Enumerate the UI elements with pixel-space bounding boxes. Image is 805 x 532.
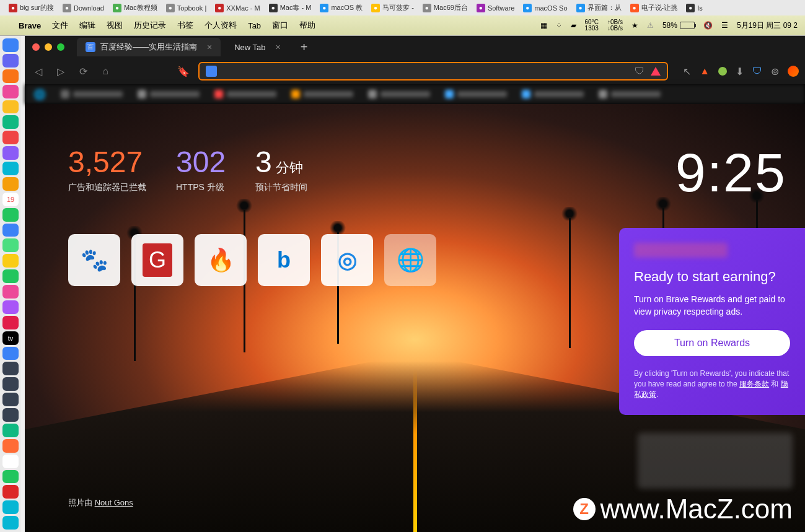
tab-close-icon[interactable]: × (276, 42, 281, 52)
more-menu-icon[interactable]: ⊚ (771, 66, 779, 77)
host-tab[interactable]: ●Topbook | (162, 2, 211, 14)
menu-history[interactable]: 历史记录 (134, 20, 166, 31)
dock-app-icon[interactable] (2, 100, 19, 114)
top-site-tile[interactable]: 🐾 (68, 234, 120, 286)
menu-tab[interactable]: Tab (248, 21, 261, 30)
dock-app-icon[interactable] (2, 362, 19, 375)
dock-app-icon[interactable] (2, 131, 19, 144)
bookmark-page-icon[interactable]: 🔖 (176, 66, 191, 77)
download-icon[interactable]: ⬇ (736, 66, 744, 77)
dock-app-icon[interactable] (2, 500, 19, 514)
menubar-star-icon[interactable]: ★ (631, 21, 638, 30)
photographer-name[interactable]: Nout Gons (95, 498, 133, 507)
top-site-tile[interactable]: 🔥 (195, 234, 247, 286)
tab-close-icon[interactable]: × (207, 42, 212, 52)
dock-app-icon[interactable] (2, 455, 19, 468)
dock-app-icon[interactable] (2, 69, 19, 83)
host-tab[interactable]: ●Mac毒 - M (265, 2, 315, 14)
menubar-wifi-off-icon[interactable]: ⚠ (647, 21, 654, 30)
menu-file[interactable]: 文件 (52, 20, 68, 31)
host-tab[interactable]: ●界面篇：从 (573, 2, 625, 14)
dock-app-icon[interactable]: 19 (2, 193, 19, 206)
dock-app-icon[interactable] (2, 347, 19, 360)
dock-app-icon[interactable] (2, 269, 19, 283)
dock-app-icon[interactable] (2, 393, 19, 406)
bookmark-globe-icon[interactable]: 🌐 (33, 89, 46, 100)
menubar-sound-icon[interactable]: 🔇 (703, 21, 713, 30)
url-bar[interactable]: 🛡 (198, 62, 668, 81)
back-button[interactable]: ◁ (31, 66, 46, 77)
bookmark-item[interactable] (291, 90, 353, 98)
extension-status-icon[interactable] (718, 67, 727, 76)
new-tab-button[interactable]: + (294, 40, 314, 55)
bookmark-item[interactable] (445, 90, 507, 98)
dock-app-icon[interactable] (2, 238, 19, 252)
dock-app-icon[interactable]: tv (2, 331, 19, 345)
brave-shield-icon[interactable]: 🛡 (635, 66, 644, 77)
host-tab[interactable]: ●macOS So (519, 2, 571, 14)
menu-view[interactable]: 视图 (107, 20, 123, 31)
bookmark-item[interactable] (138, 90, 200, 98)
tos-link[interactable]: 服务条款 (739, 380, 769, 388)
extension-icon[interactable]: ▲ (700, 66, 710, 77)
dock-app-icon[interactable] (2, 162, 19, 175)
cursor-icon[interactable]: ↖ (683, 66, 691, 77)
top-site-tile[interactable]: b (258, 234, 310, 286)
host-tab[interactable]: ●macOS 教 (316, 2, 366, 14)
dock-app-icon[interactable] (2, 516, 19, 530)
dock-app-icon[interactable] (2, 115, 19, 129)
host-tab[interactable]: ●Software (473, 2, 518, 14)
dock-app-icon[interactable] (2, 54, 19, 68)
bat-rewards-icon[interactable] (651, 67, 661, 76)
browser-tab-2[interactable]: New Tab × (226, 38, 289, 56)
dock-app-icon[interactable] (2, 485, 19, 499)
dock-app-icon[interactable] (2, 38, 19, 52)
url-input[interactable] (222, 67, 630, 76)
dock-app-icon[interactable] (2, 85, 19, 98)
dock-app-icon[interactable] (2, 254, 19, 268)
menu-bookmarks[interactable]: 书签 (177, 20, 193, 31)
menubar-datetime[interactable]: 5月19日 周三 09 2 (737, 20, 798, 31)
dock-app-icon[interactable] (2, 424, 19, 437)
menubar-battery[interactable]: 58% (662, 21, 695, 30)
dock-app-icon[interactable] (2, 408, 19, 422)
dock-app-icon[interactable] (2, 439, 19, 453)
menu-window[interactable]: 窗口 (272, 20, 288, 31)
forward-button[interactable]: ▷ (53, 66, 68, 77)
bookmark-item[interactable] (61, 90, 123, 98)
top-site-tile[interactable]: 🌐 (384, 234, 436, 286)
dock-app-icon[interactable] (2, 377, 19, 391)
bookmark-item[interactable] (214, 90, 276, 98)
menubar-display-icon[interactable]: ▰ (571, 21, 576, 30)
host-tab[interactable]: ●马可菠萝 - (367, 2, 418, 14)
site-identity-icon[interactable] (206, 66, 217, 77)
host-tab[interactable]: ●Mac教程频 (109, 2, 161, 14)
dock-app-icon[interactable] (2, 300, 19, 314)
menu-profile[interactable]: 个人资料 (205, 20, 237, 31)
host-tab[interactable]: ●big sur的搜 (5, 2, 58, 14)
fullscreen-window-button[interactable] (57, 43, 64, 51)
host-tab[interactable]: ●电子说-让挑 (627, 2, 682, 14)
bookmark-item[interactable] (522, 90, 584, 98)
browser-tab-1[interactable]: 百 百度经验——实用生活指南 × (77, 38, 221, 56)
top-site-tile[interactable]: ◎ (321, 234, 373, 286)
host-tab[interactable]: ●XXMac - M (211, 2, 263, 14)
close-window-button[interactable] (32, 43, 40, 51)
app-name[interactable]: Brave (19, 21, 41, 30)
menubar-dots-icon[interactable]: ⁘ (556, 21, 562, 30)
menubar-grid-icon[interactable]: ▦ (540, 21, 547, 30)
dock-app-icon[interactable] (2, 224, 19, 237)
dock-app-icon[interactable] (2, 146, 19, 160)
bookmark-item[interactable] (599, 90, 661, 98)
dock-app-icon[interactable] (2, 316, 19, 329)
brave-menu-icon[interactable] (788, 66, 799, 77)
host-tab[interactable]: ●Download (59, 2, 108, 14)
bookmark-item[interactable] (368, 90, 430, 98)
dock-app-icon[interactable] (2, 208, 19, 222)
menu-edit[interactable]: 编辑 (79, 20, 95, 31)
minimize-window-button[interactable] (45, 43, 52, 51)
menu-help[interactable]: 帮助 (299, 20, 315, 31)
home-button[interactable]: ⌂ (98, 66, 113, 77)
turn-on-rewards-button[interactable]: Turn on Rewards (634, 330, 790, 356)
host-tab[interactable]: ●Mac69后台 (419, 2, 472, 14)
